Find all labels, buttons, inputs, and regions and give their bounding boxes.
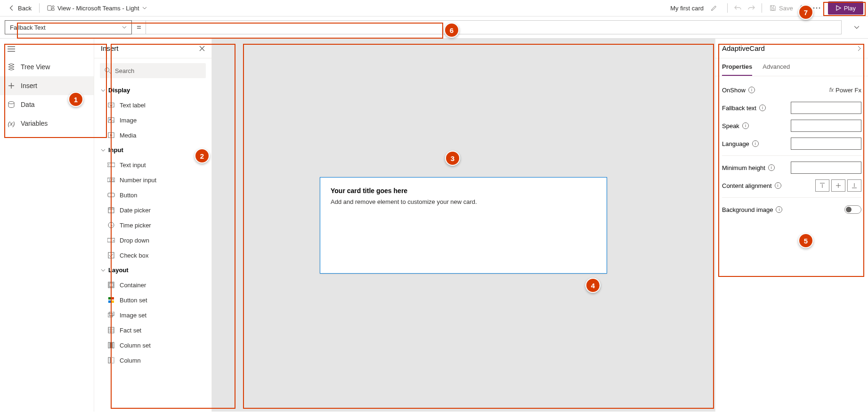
rail-label: Insert [21, 82, 37, 89]
tab-properties[interactable]: Properties [722, 58, 752, 76]
prop-min-height: Minimum heighti [722, 159, 861, 177]
insert-text-input[interactable]: Text input [94, 157, 211, 172]
insert-check-box[interactable]: Check box [94, 248, 211, 263]
info-icon[interactable]: i [776, 206, 782, 213]
info-icon[interactable]: i [748, 87, 755, 93]
svg-rect-33 [111, 357, 114, 363]
drop-down-icon [107, 236, 115, 244]
insert-button[interactable]: Button [94, 187, 211, 202]
svg-rect-30 [111, 342, 112, 348]
svg-rect-31 [113, 342, 114, 348]
properties-header: AdaptiveCard [715, 39, 868, 58]
insert-number-input[interactable]: 123 Number input [94, 172, 211, 187]
svg-point-1 [52, 6, 54, 8]
back-button[interactable]: Back [5, 3, 35, 14]
undo-button[interactable] [731, 1, 745, 15]
align-middle-button[interactable] [831, 179, 845, 192]
background-image-toggle[interactable] [844, 205, 861, 214]
speak-input[interactable] [791, 120, 861, 132]
prop-speak: Speaki [722, 117, 861, 135]
insert-item-label: Image [120, 117, 137, 124]
card-preview-body: Add and remove element to customize your… [331, 198, 596, 205]
insert-column-set[interactable]: Column set [94, 338, 211, 353]
powerfx-label[interactable]: Power Fx [836, 87, 861, 94]
info-icon[interactable]: i [742, 122, 749, 129]
svg-rect-19 [108, 252, 114, 258]
tree-view-icon [8, 63, 15, 71]
insert-media[interactable]: Media [94, 128, 211, 143]
redo-button[interactable] [745, 1, 758, 15]
prop-label: OnShow [722, 87, 746, 94]
rail-item-variables[interactable]: (x) Variables [0, 114, 94, 133]
insert-image-set[interactable]: Image set [94, 308, 211, 323]
fact-set-icon [107, 326, 115, 334]
svg-rect-25 [112, 300, 114, 303]
insert-drop-down[interactable]: Drop down [94, 233, 211, 248]
insert-time-picker[interactable]: Time picker [94, 218, 211, 233]
language-input[interactable] [791, 138, 861, 150]
formula-input[interactable] [146, 20, 842, 34]
min-height-input[interactable] [791, 162, 861, 174]
prop-fallback-text: Fallback texti [722, 99, 861, 117]
text-label-icon [107, 101, 115, 109]
svg-rect-23 [112, 297, 114, 300]
hamburger-button[interactable] [0, 40, 94, 57]
adaptive-card-preview[interactable]: Your card title goes here Add and remove… [320, 177, 607, 274]
insert-container[interactable]: Container [94, 277, 211, 292]
formula-property-selector[interactable]: Fallback Text [5, 20, 132, 34]
svg-point-3 [816, 8, 817, 9]
close-icon[interactable] [199, 46, 205, 51]
insert-fact-set[interactable]: Fact set [94, 323, 211, 338]
group-display[interactable]: Display [94, 83, 211, 97]
chevron-down-icon [122, 25, 127, 30]
view-selector[interactable]: View - Microsoft Teams - Light [43, 2, 151, 14]
rail-item-insert[interactable]: Insert [0, 76, 94, 95]
insert-item-label: Text input [120, 162, 146, 169]
media-icon [107, 131, 115, 139]
prop-label: Background image [722, 206, 773, 213]
fx-icon: fx [829, 87, 834, 93]
callout-6: 6 [444, 23, 459, 38]
chevron-right-icon[interactable] [857, 46, 861, 51]
rail-item-tree-view[interactable]: Tree View [0, 57, 94, 76]
insert-column[interactable]: Column [94, 353, 211, 368]
canvas[interactable]: Your card title goes here Add and remove… [212, 39, 715, 412]
teams-icon [47, 4, 55, 12]
chevron-down-icon [101, 268, 105, 273]
callout-5: 5 [798, 233, 813, 248]
date-picker-icon [107, 206, 115, 214]
card-preview-title: Your card title goes here [331, 187, 596, 194]
align-bottom-button[interactable] [847, 179, 861, 192]
formula-expand-button[interactable] [850, 21, 863, 34]
group-input[interactable]: Input [94, 143, 211, 157]
info-icon[interactable]: i [759, 105, 766, 111]
info-icon[interactable]: i [775, 182, 781, 189]
prop-content-alignment: Content alignmenti [722, 177, 861, 194]
group-label: Display [108, 87, 130, 94]
view-label: View - Microsoft Teams - Light [57, 5, 139, 12]
chevron-down-icon [101, 148, 105, 153]
info-icon[interactable]: i [752, 140, 759, 147]
callout-4: 4 [585, 278, 600, 293]
tab-advanced[interactable]: Advanced [763, 58, 790, 76]
insert-item-label: Date picker [120, 207, 151, 214]
number-input-icon: 123 [107, 176, 115, 184]
chevron-down-icon [142, 6, 147, 10]
insert-text-label[interactable]: Text label [94, 97, 211, 113]
equals-icon [132, 20, 146, 34]
info-icon[interactable]: i [768, 164, 775, 171]
fallback-text-input[interactable] [791, 102, 861, 114]
group-layout[interactable]: Layout [94, 263, 211, 277]
align-top-button[interactable] [815, 179, 829, 192]
image-set-icon [107, 311, 115, 319]
save-button[interactable]: Save [766, 5, 797, 12]
save-label: Save [779, 5, 793, 12]
properties-tabs: Properties Advanced [715, 58, 868, 76]
edit-icon[interactable] [707, 1, 721, 15]
insert-button-set[interactable]: Button set [94, 292, 211, 308]
search-input[interactable]: Search [100, 63, 206, 78]
play-button[interactable]: Play [828, 1, 863, 15]
insert-date-picker[interactable]: Date picker [94, 202, 211, 218]
prop-label: Minimum height [722, 164, 765, 171]
insert-image[interactable]: Image [94, 113, 211, 128]
